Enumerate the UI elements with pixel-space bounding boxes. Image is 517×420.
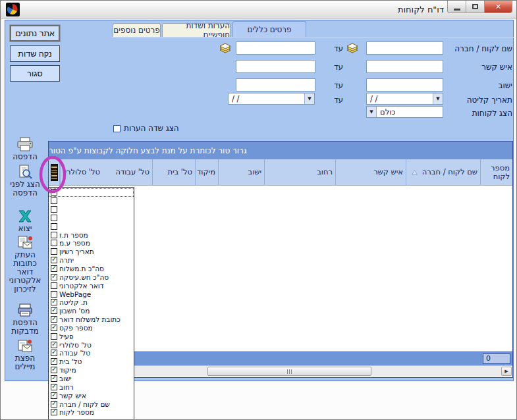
checkbox-icon[interactable]: [51, 342, 57, 348]
sidebar-item-label: הדפסה: [5, 153, 45, 161]
show-notes-field-row[interactable]: הצג שדה הערות: [113, 124, 179, 133]
field-chooser-item[interactable]: כתובת למשלוח דואר: [49, 315, 134, 324]
minimize-button[interactable]: [447, 1, 466, 13]
lookup-books-icon[interactable]: [346, 42, 359, 53]
checkbox-icon[interactable]: [51, 248, 57, 255]
sidebar-item-print[interactable]: הדפסה: [5, 137, 45, 161]
field-chooser-item[interactable]: ישוב: [49, 375, 134, 383]
checkbox-icon[interactable]: [51, 409, 57, 415]
tab-notes-free-fields[interactable]: הערות ושדות חופשיים: [162, 23, 231, 37]
lookup-books-icon[interactable]: [219, 42, 232, 53]
column-header[interactable]: מספר לקוח: [480, 159, 512, 185]
field-chooser-item[interactable]: [49, 205, 134, 214]
checkbox-icon[interactable]: [51, 358, 57, 365]
column-header[interactable]: איש קשר: [335, 159, 406, 185]
column-header[interactable]: טל' עבודה: [103, 159, 152, 185]
sidebar-item-copy-email-addresses[interactable]: העתק כתובות דואר אלקטרוני לזיכרון: [5, 235, 45, 294]
field-chooser-item[interactable]: מספר לקוח: [49, 408, 134, 417]
sidebar-item-print-labels[interactable]: הדפסת מדבקות: [5, 303, 45, 336]
checkbox-icon[interactable]: [51, 257, 57, 263]
checkbox-icon[interactable]: [51, 215, 57, 221]
field-chooser-item[interactable]: [49, 197, 134, 205]
field-chooser-item[interactable]: טל' עבודה: [49, 349, 134, 357]
field-chooser-item[interactable]: סה"כ ת.משלוח: [49, 265, 134, 273]
column-header[interactable]: טל' בית: [152, 159, 195, 185]
checkbox-icon[interactable]: [51, 299, 57, 305]
checkbox-icon[interactable]: [51, 274, 57, 280]
entry-date-from-combo[interactable]: / / ▼: [366, 93, 443, 105]
chevron-down-icon[interactable]: ▼: [433, 93, 443, 104]
field-chooser-item[interactable]: פעיל: [49, 332, 134, 340]
checkbox-icon[interactable]: [51, 206, 57, 213]
tab-additional-details[interactable]: פרטים נוספים: [113, 23, 161, 37]
scroll-right-button[interactable]: ▶: [501, 367, 512, 376]
excel-export-icon: [17, 209, 33, 223]
field-chooser-item[interactable]: [49, 188, 134, 197]
checkbox-icon[interactable]: [51, 265, 57, 272]
field-chooser-item[interactable]: מספר ת.ז: [49, 230, 134, 239]
close-button[interactable]: ✕: [484, 1, 512, 13]
field-chooser-item[interactable]: טל' בית: [49, 357, 134, 366]
field-chooser-item[interactable]: מספר פקס: [49, 324, 134, 332]
checkbox-icon[interactable]: [51, 367, 57, 373]
contact-person-to-input[interactable]: [236, 60, 315, 73]
field-chooser-item[interactable]: מספר ע.מ: [49, 239, 134, 248]
checkbox-icon[interactable]: [51, 316, 57, 323]
sidebar-item-export[interactable]: יצוא: [5, 209, 45, 233]
sidebar-item-send-emails[interactable]: הפצת מיילים: [5, 339, 45, 371]
customer-name-from-input[interactable]: [366, 41, 443, 55]
field-chooser-item[interactable]: ת. קליטה: [49, 298, 134, 307]
field-chooser-item[interactable]: שם לקוח / חברה: [49, 400, 134, 408]
maximize-button[interactable]: [466, 1, 485, 13]
checkbox-icon[interactable]: [51, 384, 57, 390]
chevron-down-icon[interactable]: ▼: [304, 93, 314, 104]
checkbox-icon[interactable]: [51, 189, 57, 196]
field-chooser-item[interactable]: WebPage: [49, 290, 134, 298]
field-chooser-item[interactable]: מיקוד: [49, 366, 134, 375]
show-customers-combo[interactable]: ▼ כולם: [366, 106, 443, 118]
checkbox-icon[interactable]: [51, 282, 57, 289]
field-chooser-item[interactable]: יתרה: [49, 256, 134, 265]
close-dialog-button[interactable]: סגור: [10, 65, 60, 82]
checkbox-icon[interactable]: [51, 232, 57, 238]
field-chooser-item[interactable]: [49, 222, 134, 230]
clear-fields-button[interactable]: נקה שדות: [10, 45, 60, 62]
scrollbar-thumb[interactable]: [207, 367, 371, 376]
contact-person-from-input[interactable]: [366, 60, 443, 73]
chevron-down-icon[interactable]: ▼: [367, 107, 377, 117]
field-chooser-button[interactable]: [49, 159, 60, 185]
checkbox-icon[interactable]: [51, 375, 57, 382]
customer-name-to-input[interactable]: [236, 41, 315, 55]
column-header[interactable]: מיקוד: [195, 159, 218, 185]
column-header[interactable]: רחוב: [264, 159, 335, 185]
column-header[interactable]: שם לקוח / חברה: [406, 159, 480, 185]
field-chooser-item[interactable]: [49, 214, 134, 223]
sidebar-item-print-preview[interactable]: הצג לפני הדפסה: [5, 165, 45, 197]
checkbox-icon[interactable]: [51, 307, 57, 314]
field-chooser-item[interactable]: טל' סלולרי: [49, 340, 134, 349]
field-chooser-item[interactable]: דואר אלקטרוני: [49, 281, 134, 290]
column-header[interactable]: ישוב: [218, 159, 264, 185]
field-chooser-item[interactable]: איש קשר: [49, 391, 134, 400]
checkbox-icon[interactable]: [51, 350, 57, 356]
city-to-input[interactable]: [236, 78, 315, 92]
checkbox-icon[interactable]: [51, 197, 57, 204]
checkbox-icon[interactable]: [51, 392, 57, 399]
checkbox-icon[interactable]: [51, 333, 57, 340]
checkbox-icon[interactable]: [51, 240, 57, 246]
find-data-button[interactable]: אתר נתונים: [10, 25, 60, 41]
checkbox-icon[interactable]: [113, 125, 121, 132]
tab-general-details[interactable]: פרטים כללים: [232, 21, 306, 37]
city-from-input[interactable]: [366, 78, 443, 92]
field-chooser-item[interactable]: מס' חשבון: [49, 307, 134, 315]
field-chooser-item[interactable]: תאריך רשיון: [49, 248, 134, 256]
checkbox-icon[interactable]: [51, 401, 57, 407]
column-header[interactable]: טל' סלולרי: [60, 159, 103, 185]
field-chooser-item[interactable]: רחוב: [49, 382, 134, 391]
group-by-hint-bar[interactable]: גרור טור לכותרת על מנת לבצע חלוקה לקבוצו…: [49, 142, 512, 159]
entry-date-to-combo[interactable]: / / ▼: [228, 93, 315, 105]
field-chooser-item[interactable]: סה"כ חש.עיסקה: [49, 273, 134, 281]
checkbox-icon[interactable]: [51, 291, 57, 298]
checkbox-icon[interactable]: [51, 325, 57, 331]
checkbox-icon[interactable]: [51, 223, 57, 230]
